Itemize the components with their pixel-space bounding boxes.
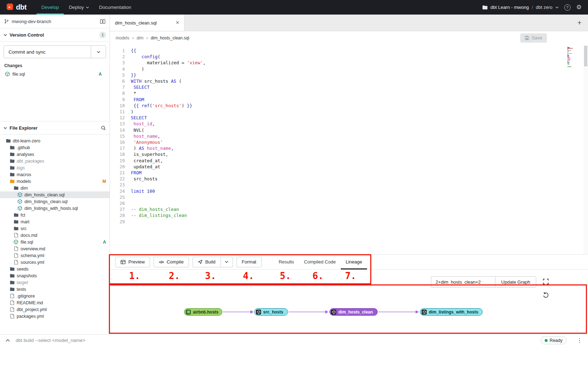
preview-label: Preview xyxy=(128,259,145,265)
code-line: * xyxy=(131,90,206,96)
tree-item-label: tests xyxy=(17,287,26,292)
scrollbar-thumb[interactable] xyxy=(584,46,587,66)
lineage-node-dim_listings_with_hosts[interactable]: dim_listings_with_hosts xyxy=(420,308,483,316)
preview-button[interactable]: Preview xyxy=(115,257,150,267)
code-line: NVL( xyxy=(131,127,206,133)
code-editor[interactable]: 1234567891011121314151617181920212223242… xyxy=(110,45,588,254)
tab-lineage[interactable]: Lineage xyxy=(341,254,367,269)
lineage-selector-input[interactable] xyxy=(431,276,495,288)
tree-item-label: seeds xyxy=(17,267,28,272)
line-number: 18 xyxy=(110,151,125,157)
tree-item-label: mart xyxy=(21,219,29,224)
tree-item-tests[interactable]: tests xyxy=(0,286,110,293)
format-button[interactable]: Format xyxy=(237,257,262,267)
fullscreen-icon[interactable] xyxy=(542,278,550,285)
commit-options-caret[interactable] xyxy=(91,46,106,58)
changed-file-row[interactable]: file.sql A xyxy=(4,70,106,78)
compile-button[interactable]: </> Compile xyxy=(154,257,189,267)
tree-item-sources.yml[interactable]: sources.yml xyxy=(0,259,110,266)
tree-item-label: fct xyxy=(21,213,25,218)
version-control-header[interactable]: Version Control 1 xyxy=(0,28,110,42)
changes-count-badge: 1 xyxy=(99,32,106,38)
tree-item-README.md[interactable]: README.md xyxy=(0,299,110,306)
folder-icon xyxy=(10,287,15,291)
lineage-node-airbnb.hosts[interactable]: airbnb.hosts xyxy=(184,308,222,316)
file-icon xyxy=(13,253,18,258)
nav-develop[interactable]: Develop xyxy=(37,0,64,15)
code-line: ) AS host_name, xyxy=(131,145,206,151)
project-selector[interactable]: dbt Learn - mwong / dbt zero xyxy=(482,5,559,10)
changes-label: Changes xyxy=(4,58,106,70)
git-branch-icon xyxy=(4,19,9,24)
update-graph-button[interactable]: Update Graph xyxy=(495,276,536,288)
build-label: Build xyxy=(205,259,216,265)
tree-item-seeds[interactable]: seeds xyxy=(0,266,110,272)
tree-item-packages.yml[interactable]: packages.yml xyxy=(0,313,110,320)
tree-item-fct[interactable]: fct xyxy=(0,212,110,218)
lineage-node-src_hosts[interactable]: src_hosts xyxy=(254,308,288,316)
new-tab-button[interactable]: + xyxy=(571,15,588,31)
reset-view-icon[interactable] xyxy=(542,291,550,299)
help-icon[interactable]: ? xyxy=(564,4,571,11)
command-input[interactable]: dbt build --select <model_name> xyxy=(16,338,85,343)
breadcrumb-separator: > xyxy=(146,36,148,40)
tab-dim-hosts-clean-sql[interactable]: dim_hosts_clean.sql × xyxy=(110,15,184,31)
code-line: SELECT xyxy=(131,115,206,121)
tree-item-dim_listings_clean.sql[interactable]: dim_listings_clean.sql xyxy=(0,198,110,205)
commit-and-sync-button[interactable]: Commit and sync xyxy=(4,45,106,58)
model-icon xyxy=(17,192,22,197)
file-explorer-header[interactable]: File Explorer xyxy=(0,121,110,135)
build-button[interactable]: Build xyxy=(193,257,221,267)
tree-item-overview.md[interactable]: overview.md xyxy=(0,245,110,252)
dbt-logo[interactable]: dbt xyxy=(5,3,27,12)
tree-item-dbt-learn-zero[interactable]: dbt-learn-zero xyxy=(0,137,110,144)
editor-scrollbar[interactable] xyxy=(583,45,588,254)
compile-label: Compile xyxy=(167,259,184,265)
nav-deploy-label: Deploy xyxy=(69,5,84,10)
tree-item-target[interactable]: target xyxy=(0,279,110,286)
line-number: 26 xyxy=(110,200,125,206)
tree-item-dbt_packages[interactable]: dbt_packages xyxy=(0,158,110,164)
kebab-menu-icon[interactable]: ⋮ xyxy=(577,337,582,344)
search-icon[interactable] xyxy=(101,125,106,131)
nav-documentation[interactable]: Documentation xyxy=(94,0,136,15)
settings-gear-icon[interactable]: ⚙ xyxy=(576,4,582,11)
tab-compiled-code[interactable]: Compiled Code xyxy=(299,254,341,269)
lineage-node-dim_hosts_clean[interactable]: dim_hosts_clean xyxy=(329,308,378,316)
tree-item-dim[interactable]: dim xyxy=(0,185,110,191)
tree-item-schema.yml[interactable]: schema.yml xyxy=(0,252,110,259)
status-badge: Ready xyxy=(540,336,567,344)
tree-item-docs.md[interactable]: docs.md xyxy=(0,232,110,239)
nav-deploy[interactable]: Deploy xyxy=(64,0,94,15)
tree-item-macros[interactable]: macros xyxy=(0,171,110,178)
save-button[interactable]: Save xyxy=(520,33,547,43)
model-icon xyxy=(5,72,10,76)
tree-item-logs[interactable]: logs xyxy=(0,164,110,171)
tree-item-file.sql[interactable]: file.sqlA xyxy=(0,239,110,245)
tree-item-models[interactable]: modelsM xyxy=(0,178,110,185)
tree-item-mart[interactable]: mart xyxy=(0,218,110,225)
tree-item-analyses[interactable]: analyses xyxy=(0,151,110,158)
tree-item-dbt_project.yml[interactable]: dbt_project.yml xyxy=(0,306,110,313)
tab-results[interactable]: Results xyxy=(274,254,299,269)
tree-item-snapshots[interactable]: snapshots xyxy=(0,272,110,279)
tree-item-dim_hosts_clean.sql[interactable]: dim_hosts_clean.sql xyxy=(0,191,110,198)
tree-item-label: dim_listings_with_hosts.sql xyxy=(24,206,78,211)
chevron-up-icon[interactable] xyxy=(6,339,10,342)
split-view-icon[interactable] xyxy=(100,19,105,24)
action-toolbar: Preview </> Compile Build Format Results… xyxy=(110,254,588,269)
tree-item-dim_listings_with_hosts.sql[interactable]: dim_listings_with_hosts.sql xyxy=(0,205,110,212)
tree-item-label: dim_hosts_clean.sql xyxy=(24,192,65,197)
path-separator: / xyxy=(532,5,533,10)
build-options-caret[interactable] xyxy=(221,257,233,267)
tree-item-.github[interactable]: .github xyxy=(0,144,110,151)
folder-icon xyxy=(10,280,15,284)
branch-selector[interactable]: mwong-dev-branch xyxy=(0,15,110,28)
minimap[interactable] xyxy=(567,47,577,78)
code-line: host_id, xyxy=(131,121,206,127)
code-line: {{ xyxy=(131,48,206,54)
line-number: 9 xyxy=(110,97,125,103)
tree-item-.gitignore[interactable]: .gitignore xyxy=(0,293,110,299)
close-icon[interactable]: × xyxy=(176,20,179,26)
tree-item-src[interactable]: src xyxy=(0,225,110,232)
